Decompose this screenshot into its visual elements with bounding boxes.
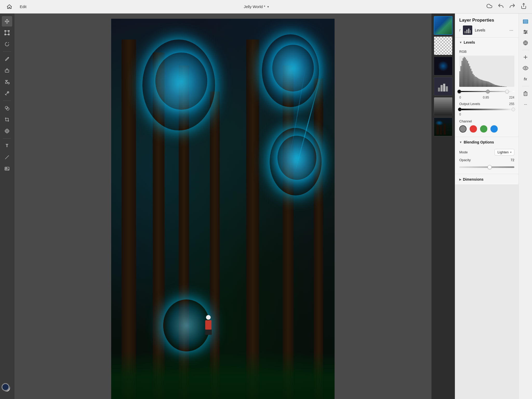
type-tool[interactable]: T: [2, 141, 12, 151]
layer-thumb-gradient[interactable]: [434, 16, 453, 35]
opacity-row: Opacity 72: [459, 158, 514, 162]
layer-thumb-levels[interactable]: [434, 77, 453, 96]
canvas-area: [14, 14, 431, 399]
layer-thumb-checker[interactable]: [434, 36, 453, 55]
toolbar-separator-2: [3, 101, 11, 101]
svg-rect-23: [446, 86, 448, 91]
input-levels-slider[interactable]: [459, 88, 514, 95]
panel-layer-name: Levels: [475, 28, 506, 32]
layer-thumb-forest[interactable]: [434, 117, 453, 136]
delete-layer-icon[interactable]: [521, 88, 530, 98]
adjustments-panel-icon[interactable]: [521, 27, 530, 37]
filters-panel-icon[interactable]: [521, 38, 530, 48]
levels-section-content: RGB: [455, 47, 518, 137]
svg-rect-42: [475, 76, 476, 87]
svg-rect-26: [468, 29, 469, 33]
channel-label: Channel: [459, 119, 514, 123]
eraser-tool[interactable]: [2, 65, 12, 76]
svg-rect-29: [460, 66, 461, 87]
move-tool[interactable]: [2, 16, 12, 27]
image-tool[interactable]: [2, 163, 12, 174]
far-right-sep-2: [522, 86, 529, 86]
svg-rect-24: [464, 31, 466, 33]
svg-rect-28: [459, 71, 460, 87]
svg-rect-68: [503, 86, 504, 87]
mode-dropdown[interactable]: Lighten ▾: [495, 149, 514, 155]
more-options-icon[interactable]: ···: [521, 99, 530, 109]
pen-tool[interactable]: [2, 152, 12, 162]
edit-menu[interactable]: Edit: [20, 4, 26, 9]
layer-thumb-dark[interactable]: [434, 57, 453, 75]
svg-rect-50: [483, 81, 484, 87]
input-mid-thumb[interactable]: [486, 90, 490, 93]
fx-icon[interactable]: fx: [521, 74, 530, 84]
top-bar: Edit Jelly World * ▾: [0, 0, 532, 14]
cloud-icon[interactable]: [486, 3, 493, 10]
tree-6: [283, 66, 294, 399]
channel-green[interactable]: [480, 125, 487, 133]
dimensions-section: ▶ Dimensions: [455, 174, 518, 185]
add-layer-icon[interactable]: [521, 52, 530, 62]
svg-rect-55: [489, 82, 490, 87]
lasso-tool[interactable]: [2, 39, 12, 49]
fg-color-swatch[interactable]: [2, 383, 9, 391]
levels-section-header[interactable]: ▼ Levels: [455, 38, 518, 47]
input-levels-values: 0 0.85 224: [459, 96, 514, 99]
output-white-thumb[interactable]: [511, 108, 515, 111]
panel-layer-row: f Levels ···: [459, 25, 514, 35]
canvas-image[interactable]: [111, 19, 335, 399]
opacity-thumb[interactable]: [488, 165, 492, 169]
title-chevron[interactable]: ▾: [267, 5, 269, 9]
svg-rect-2: [5, 30, 6, 31]
panel-more-button[interactable]: ···: [508, 27, 514, 34]
svg-rect-40: [473, 74, 474, 87]
brush-tool[interactable]: [2, 54, 12, 64]
document-title: Jelly World * ▾: [244, 4, 269, 9]
output-levels-slider[interactable]: [459, 107, 514, 112]
svg-rect-71: [523, 20, 528, 21]
dimensions-chevron: ▶: [459, 178, 461, 181]
svg-rect-51: [485, 81, 486, 87]
layers-panel-icon[interactable]: [521, 16, 530, 26]
channel-circles: [459, 125, 514, 133]
transform-tool[interactable]: [2, 28, 12, 38]
undo-icon[interactable]: [498, 3, 504, 10]
crop-tool[interactable]: [2, 114, 12, 125]
input-mid-val: 0.85: [483, 96, 491, 99]
target-tool[interactable]: [2, 126, 12, 136]
channel-blue[interactable]: [490, 125, 498, 133]
svg-point-11: [5, 129, 9, 133]
dimensions-title: Dimensions: [463, 177, 483, 181]
blending-section-title: Blending Options: [464, 140, 494, 144]
channel-gray[interactable]: [459, 125, 467, 133]
clone-tool[interactable]: [2, 103, 12, 113]
smudge-tool[interactable]: [2, 88, 12, 99]
tree-5: [246, 40, 259, 399]
svg-rect-39: [471, 71, 473, 87]
output-black-thumb[interactable]: [458, 108, 462, 111]
svg-point-77: [524, 30, 525, 31]
panel-layer-thumbnail[interactable]: [463, 25, 472, 35]
blending-section-header[interactable]: ▼ Blending Options: [455, 137, 518, 147]
svg-rect-61: [496, 85, 497, 87]
opacity-slider[interactable]: [459, 165, 514, 170]
layer-thumb-bw[interactable]: [434, 97, 453, 116]
share-icon[interactable]: [521, 3, 527, 10]
svg-point-12: [6, 130, 8, 132]
svg-rect-32: [464, 57, 465, 87]
output-min-val: 0: [459, 113, 461, 116]
main-area: T: [0, 14, 532, 399]
channel-red[interactable]: [470, 125, 477, 133]
svg-rect-58: [492, 84, 493, 87]
home-button[interactable]: [5, 3, 14, 11]
svg-point-7: [8, 82, 9, 84]
dimensions-header[interactable]: ▶ Dimensions: [455, 174, 518, 185]
input-black-thumb[interactable]: [457, 90, 461, 93]
levels-section: ▼ Levels RGB: [455, 38, 518, 137]
input-white-thumb[interactable]: [505, 90, 509, 93]
visibility-icon[interactable]: [521, 63, 530, 73]
fill-tool[interactable]: [2, 77, 12, 87]
redo-icon[interactable]: [509, 3, 515, 10]
svg-rect-72: [523, 21, 528, 22]
mode-row: Mode Lighten ▾: [459, 149, 514, 155]
